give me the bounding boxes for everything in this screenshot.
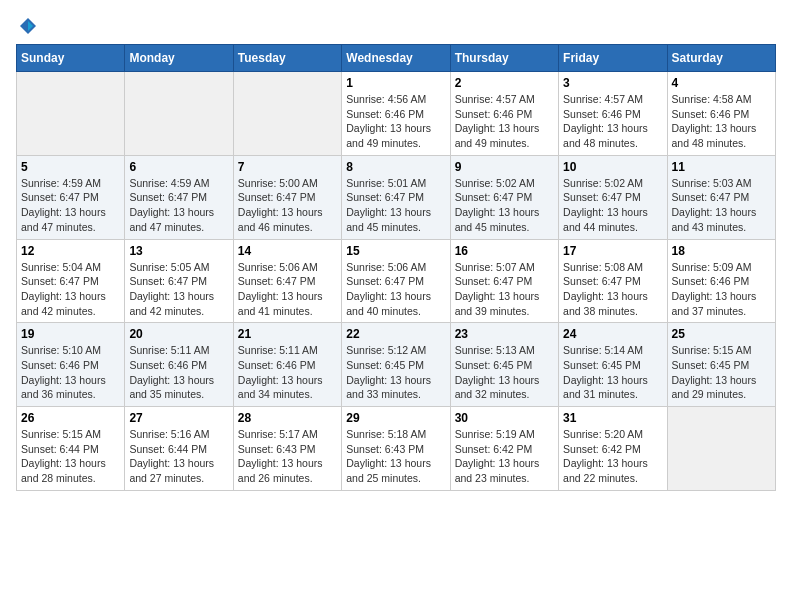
- day-info: Sunrise: 5:15 AM Sunset: 6:45 PM Dayligh…: [672, 343, 771, 402]
- calendar-day-cell: 5Sunrise: 4:59 AM Sunset: 6:47 PM Daylig…: [17, 155, 125, 239]
- day-number: 16: [455, 244, 554, 258]
- calendar-day-cell: 11Sunrise: 5:03 AM Sunset: 6:47 PM Dayli…: [667, 155, 775, 239]
- calendar-week-row: 5Sunrise: 4:59 AM Sunset: 6:47 PM Daylig…: [17, 155, 776, 239]
- day-number: 27: [129, 411, 228, 425]
- calendar-week-row: 12Sunrise: 5:04 AM Sunset: 6:47 PM Dayli…: [17, 239, 776, 323]
- day-info: Sunrise: 5:01 AM Sunset: 6:47 PM Dayligh…: [346, 176, 445, 235]
- day-info: Sunrise: 5:13 AM Sunset: 6:45 PM Dayligh…: [455, 343, 554, 402]
- logo: [16, 16, 40, 32]
- day-number: 6: [129, 160, 228, 174]
- day-info: Sunrise: 5:04 AM Sunset: 6:47 PM Dayligh…: [21, 260, 120, 319]
- day-number: 5: [21, 160, 120, 174]
- day-info: Sunrise: 4:59 AM Sunset: 6:47 PM Dayligh…: [21, 176, 120, 235]
- logo-icon: [18, 16, 38, 36]
- day-info: Sunrise: 5:11 AM Sunset: 6:46 PM Dayligh…: [129, 343, 228, 402]
- calendar-day-cell: 6Sunrise: 4:59 AM Sunset: 6:47 PM Daylig…: [125, 155, 233, 239]
- calendar-day-cell: 2Sunrise: 4:57 AM Sunset: 6:46 PM Daylig…: [450, 72, 558, 156]
- day-number: 12: [21, 244, 120, 258]
- day-number: 2: [455, 76, 554, 90]
- calendar-day-cell: 12Sunrise: 5:04 AM Sunset: 6:47 PM Dayli…: [17, 239, 125, 323]
- day-of-week-header: Sunday: [17, 45, 125, 72]
- calendar-day-cell: 18Sunrise: 5:09 AM Sunset: 6:46 PM Dayli…: [667, 239, 775, 323]
- day-info: Sunrise: 5:08 AM Sunset: 6:47 PM Dayligh…: [563, 260, 662, 319]
- day-of-week-header: Monday: [125, 45, 233, 72]
- day-info: Sunrise: 5:09 AM Sunset: 6:46 PM Dayligh…: [672, 260, 771, 319]
- calendar-week-row: 19Sunrise: 5:10 AM Sunset: 6:46 PM Dayli…: [17, 323, 776, 407]
- day-info: Sunrise: 5:02 AM Sunset: 6:47 PM Dayligh…: [455, 176, 554, 235]
- day-number: 22: [346, 327, 445, 341]
- day-number: 8: [346, 160, 445, 174]
- calendar-day-cell: 28Sunrise: 5:17 AM Sunset: 6:43 PM Dayli…: [233, 407, 341, 491]
- day-of-week-header: Tuesday: [233, 45, 341, 72]
- day-of-week-header: Saturday: [667, 45, 775, 72]
- calendar-day-cell: [667, 407, 775, 491]
- calendar-day-cell: 25Sunrise: 5:15 AM Sunset: 6:45 PM Dayli…: [667, 323, 775, 407]
- day-of-week-header: Friday: [559, 45, 667, 72]
- day-number: 26: [21, 411, 120, 425]
- day-number: 19: [21, 327, 120, 341]
- day-info: Sunrise: 5:00 AM Sunset: 6:47 PM Dayligh…: [238, 176, 337, 235]
- calendar-day-cell: 16Sunrise: 5:07 AM Sunset: 6:47 PM Dayli…: [450, 239, 558, 323]
- day-info: Sunrise: 5:07 AM Sunset: 6:47 PM Dayligh…: [455, 260, 554, 319]
- calendar-day-cell: [125, 72, 233, 156]
- calendar-day-cell: 9Sunrise: 5:02 AM Sunset: 6:47 PM Daylig…: [450, 155, 558, 239]
- day-info: Sunrise: 5:12 AM Sunset: 6:45 PM Dayligh…: [346, 343, 445, 402]
- day-info: Sunrise: 5:14 AM Sunset: 6:45 PM Dayligh…: [563, 343, 662, 402]
- day-number: 17: [563, 244, 662, 258]
- calendar-day-cell: 17Sunrise: 5:08 AM Sunset: 6:47 PM Dayli…: [559, 239, 667, 323]
- calendar-day-cell: 20Sunrise: 5:11 AM Sunset: 6:46 PM Dayli…: [125, 323, 233, 407]
- day-info: Sunrise: 5:11 AM Sunset: 6:46 PM Dayligh…: [238, 343, 337, 402]
- day-info: Sunrise: 5:05 AM Sunset: 6:47 PM Dayligh…: [129, 260, 228, 319]
- day-of-week-header: Thursday: [450, 45, 558, 72]
- day-info: Sunrise: 5:06 AM Sunset: 6:47 PM Dayligh…: [238, 260, 337, 319]
- calendar-day-cell: 31Sunrise: 5:20 AM Sunset: 6:42 PM Dayli…: [559, 407, 667, 491]
- day-info: Sunrise: 5:17 AM Sunset: 6:43 PM Dayligh…: [238, 427, 337, 486]
- day-info: Sunrise: 5:19 AM Sunset: 6:42 PM Dayligh…: [455, 427, 554, 486]
- calendar-week-row: 26Sunrise: 5:15 AM Sunset: 6:44 PM Dayli…: [17, 407, 776, 491]
- day-info: Sunrise: 5:15 AM Sunset: 6:44 PM Dayligh…: [21, 427, 120, 486]
- page-header: [16, 16, 776, 32]
- day-info: Sunrise: 5:03 AM Sunset: 6:47 PM Dayligh…: [672, 176, 771, 235]
- day-info: Sunrise: 5:02 AM Sunset: 6:47 PM Dayligh…: [563, 176, 662, 235]
- calendar-day-cell: 15Sunrise: 5:06 AM Sunset: 6:47 PM Dayli…: [342, 239, 450, 323]
- day-number: 1: [346, 76, 445, 90]
- calendar-day-cell: 14Sunrise: 5:06 AM Sunset: 6:47 PM Dayli…: [233, 239, 341, 323]
- day-number: 7: [238, 160, 337, 174]
- day-info: Sunrise: 4:57 AM Sunset: 6:46 PM Dayligh…: [563, 92, 662, 151]
- calendar-day-cell: 26Sunrise: 5:15 AM Sunset: 6:44 PM Dayli…: [17, 407, 125, 491]
- day-number: 25: [672, 327, 771, 341]
- day-number: 18: [672, 244, 771, 258]
- day-number: 21: [238, 327, 337, 341]
- day-info: Sunrise: 5:16 AM Sunset: 6:44 PM Dayligh…: [129, 427, 228, 486]
- day-of-week-header: Wednesday: [342, 45, 450, 72]
- day-info: Sunrise: 5:10 AM Sunset: 6:46 PM Dayligh…: [21, 343, 120, 402]
- calendar-day-cell: 7Sunrise: 5:00 AM Sunset: 6:47 PM Daylig…: [233, 155, 341, 239]
- day-number: 29: [346, 411, 445, 425]
- day-number: 4: [672, 76, 771, 90]
- calendar-day-cell: 24Sunrise: 5:14 AM Sunset: 6:45 PM Dayli…: [559, 323, 667, 407]
- day-info: Sunrise: 4:57 AM Sunset: 6:46 PM Dayligh…: [455, 92, 554, 151]
- calendar-table: SundayMondayTuesdayWednesdayThursdayFrid…: [16, 44, 776, 491]
- day-info: Sunrise: 5:06 AM Sunset: 6:47 PM Dayligh…: [346, 260, 445, 319]
- day-info: Sunrise: 5:20 AM Sunset: 6:42 PM Dayligh…: [563, 427, 662, 486]
- calendar-day-cell: 1Sunrise: 4:56 AM Sunset: 6:46 PM Daylig…: [342, 72, 450, 156]
- day-number: 15: [346, 244, 445, 258]
- day-info: Sunrise: 4:59 AM Sunset: 6:47 PM Dayligh…: [129, 176, 228, 235]
- calendar-day-cell: 21Sunrise: 5:11 AM Sunset: 6:46 PM Dayli…: [233, 323, 341, 407]
- calendar-day-cell: 19Sunrise: 5:10 AM Sunset: 6:46 PM Dayli…: [17, 323, 125, 407]
- calendar-week-row: 1Sunrise: 4:56 AM Sunset: 6:46 PM Daylig…: [17, 72, 776, 156]
- day-number: 13: [129, 244, 228, 258]
- day-number: 24: [563, 327, 662, 341]
- day-number: 23: [455, 327, 554, 341]
- day-number: 9: [455, 160, 554, 174]
- calendar-day-cell: 30Sunrise: 5:19 AM Sunset: 6:42 PM Dayli…: [450, 407, 558, 491]
- calendar-day-cell: 8Sunrise: 5:01 AM Sunset: 6:47 PM Daylig…: [342, 155, 450, 239]
- calendar-day-cell: 4Sunrise: 4:58 AM Sunset: 6:46 PM Daylig…: [667, 72, 775, 156]
- day-number: 11: [672, 160, 771, 174]
- day-info: Sunrise: 5:18 AM Sunset: 6:43 PM Dayligh…: [346, 427, 445, 486]
- day-info: Sunrise: 4:58 AM Sunset: 6:46 PM Dayligh…: [672, 92, 771, 151]
- calendar-day-cell: [17, 72, 125, 156]
- calendar-day-cell: 3Sunrise: 4:57 AM Sunset: 6:46 PM Daylig…: [559, 72, 667, 156]
- calendar-day-cell: 29Sunrise: 5:18 AM Sunset: 6:43 PM Dayli…: [342, 407, 450, 491]
- day-number: 20: [129, 327, 228, 341]
